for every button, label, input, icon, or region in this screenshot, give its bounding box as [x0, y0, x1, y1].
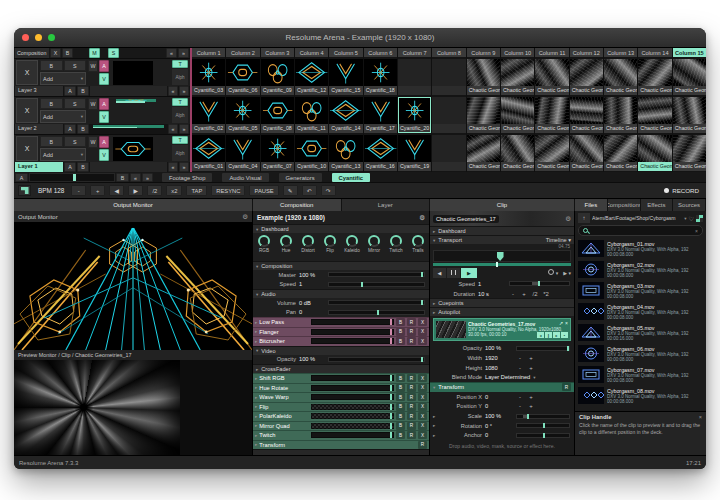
trim-pill-icon[interactable]: ▸ — [553, 332, 560, 338]
clip-cell-name[interactable]: Cyantific_19 — [398, 162, 431, 172]
clip-cell-thumbnail[interactable] — [364, 134, 397, 162]
timeline-scrubber[interactable] — [433, 250, 571, 262]
effect-x-button[interactable]: X — [418, 431, 427, 439]
clip-cell-name[interactable]: Cyantific_07 — [261, 162, 294, 172]
section-header[interactable]: ▾Dashboard — [253, 224, 429, 233]
effect-slider[interactable] — [311, 385, 394, 391]
effect-r-button[interactable]: R — [407, 412, 416, 420]
knob-dial[interactable] — [258, 235, 270, 247]
effect-r-button[interactable]: R — [407, 422, 416, 430]
clip-cell-thumbnail[interactable] — [398, 134, 431, 162]
crossfader-handle[interactable] — [73, 174, 76, 181]
undo-icon[interactable]: ↶ — [302, 185, 317, 196]
section-header[interactable]: ▸CrossFader — [253, 364, 429, 373]
clip-cell-thumbnail[interactable] — [673, 134, 706, 162]
clip-cell-thumbnail[interactable] — [673, 96, 706, 124]
param-value[interactable]: 100 % — [299, 356, 325, 362]
param-value[interactable]: 1 — [299, 281, 325, 287]
layer-blend-select[interactable]: Add▾ — [40, 72, 86, 85]
effect-x-button[interactable]: X — [418, 374, 427, 382]
toolbar-button[interactable]: ◀ — [109, 185, 124, 196]
layer-clear-button[interactable]: X — [16, 136, 38, 161]
dashboard-knob[interactable]: Kaleido — [342, 235, 362, 253]
clip-cell-name[interactable]: Cyantific_02 — [192, 124, 225, 134]
clip-cell-name[interactable]: Chaotic Geometri... — [638, 86, 671, 96]
effect-b-button[interactable]: B — [396, 422, 405, 430]
clip-cell-name[interactable]: Cyantific_01 — [192, 162, 225, 172]
section-header[interactable]: ▸Dashboard — [430, 226, 574, 235]
clip-cell-thumbnail[interactable] — [364, 96, 397, 124]
decrement-button[interactable]: - — [516, 403, 524, 409]
clip-cell-thumbnail[interactable] — [192, 58, 225, 86]
layer-w-button[interactable]: W — [88, 136, 98, 148]
file-list-item[interactable]: Cyborgasm_04.movDXV 3.0 Normal Quality, … — [575, 301, 706, 322]
slider[interactable] — [328, 272, 425, 277]
slider[interactable] — [328, 282, 425, 287]
clip-cell-thumbnail[interactable] — [329, 96, 362, 124]
close-icon[interactable]: × — [699, 414, 702, 420]
video-effect-row[interactable]: ▸PolarKaleidoBRX — [253, 411, 429, 421]
param-value[interactable]: 0 — [485, 394, 513, 400]
effect-x-button[interactable]: X — [418, 318, 427, 326]
effect-slider[interactable] — [311, 404, 394, 410]
tab-compositions[interactable]: Compositions — [608, 199, 641, 211]
layer-blend-select[interactable]: Add▾ — [40, 148, 86, 161]
clip-cell-thumbnail[interactable] — [295, 58, 328, 86]
param-value[interactable]: 0 dB — [299, 300, 325, 306]
prev-column-icon[interactable]: « — [166, 48, 177, 58]
param-value[interactable]: 0 ° — [485, 423, 513, 429]
effect-b-button[interactable]: B — [396, 393, 405, 401]
video-effect-row[interactable]: ▸TwitchBRX — [253, 430, 429, 440]
crossfader-a-button[interactable]: A — [15, 173, 28, 182]
clip-cell-thumbnail[interactable] — [432, 58, 465, 86]
composition-label[interactable]: Composition — [15, 48, 49, 58]
slider[interactable] — [328, 310, 425, 315]
minimize-window-button[interactable] — [35, 34, 42, 41]
slider[interactable] — [516, 414, 570, 419]
clip-cell-thumbnail[interactable] — [638, 96, 671, 124]
layer-bypass-button[interactable]: B — [40, 60, 63, 71]
prev-clip-icon[interactable]: « — [168, 86, 178, 96]
clip-cell-name[interactable]: Chaotic Geometri... — [604, 86, 637, 96]
clip-cell-name[interactable]: Chaotic Geometri... — [535, 124, 568, 134]
audio-effect-row[interactable]: ▸FlangerBRX — [253, 327, 429, 337]
knob-dial[interactable] — [390, 235, 402, 247]
param-value[interactable]: 100 % — [485, 345, 513, 351]
edit-bpm-icon[interactable]: ✎ — [283, 185, 298, 196]
play-direction-icon[interactable]: ▶ ▾ — [563, 270, 571, 276]
clip-cell-name[interactable]: Cyantific_20 — [398, 124, 431, 134]
layer-crossfader-b-button[interactable]: B — [77, 124, 89, 134]
clip-cell-thumbnail[interactable] — [467, 58, 500, 86]
composition-clear-button[interactable]: X — [50, 48, 61, 58]
trim-pill-icon[interactable]: ◂ — [537, 332, 544, 338]
next-column-icon[interactable]: » — [178, 48, 189, 58]
effect-b-button[interactable]: B — [396, 384, 405, 392]
redo-icon[interactable]: ↷ — [321, 185, 336, 196]
file-list-item[interactable]: Cyborgasm_03.movDXV 3.0 Normal Quality, … — [575, 280, 706, 301]
clip-cell-name[interactable]: Chaotic Geometri... — [467, 86, 500, 96]
knob-dial[interactable] — [346, 235, 358, 247]
column-header[interactable]: Column 8 — [432, 48, 465, 58]
effect-r-button[interactable]: R — [407, 431, 416, 439]
effect-r-button[interactable]: R — [407, 374, 416, 382]
clip-cell-name[interactable]: Cyantific_12 — [295, 86, 328, 96]
transform-section-header[interactable]: ▾TransformR — [430, 382, 574, 392]
tab-output-monitor[interactable]: Output Monitor — [14, 199, 253, 211]
layer-solo-button[interactable]: S — [64, 136, 87, 147]
clip-cell-thumbnail[interactable] — [638, 134, 671, 162]
clip-cell-thumbnail[interactable] — [501, 58, 534, 86]
duration-+-button[interactable]: + — [520, 291, 528, 297]
column-header[interactable]: Column 1 — [192, 48, 225, 58]
layer-crossfader-a-button[interactable]: A — [64, 124, 76, 134]
trim-controls[interactable]: ◂❙▸▪ — [537, 332, 568, 338]
knob-dial[interactable] — [280, 235, 292, 247]
clip-cell-thumbnail[interactable] — [467, 96, 500, 124]
clip-cell-thumbnail[interactable] — [535, 58, 568, 86]
toolbar-button[interactable]: RESYNC — [211, 185, 245, 196]
audio-effect-row[interactable]: ▸Low PassBRX — [253, 317, 429, 327]
clip-cell-name[interactable]: Chaotic Geometri... — [673, 162, 706, 172]
section-header[interactable]: ▸Cuepoints — [430, 298, 574, 307]
layer-transition-button[interactable]: T — [172, 98, 188, 106]
effect-r-button[interactable]: R — [407, 328, 416, 336]
effect-b-button[interactable]: B — [396, 412, 405, 420]
